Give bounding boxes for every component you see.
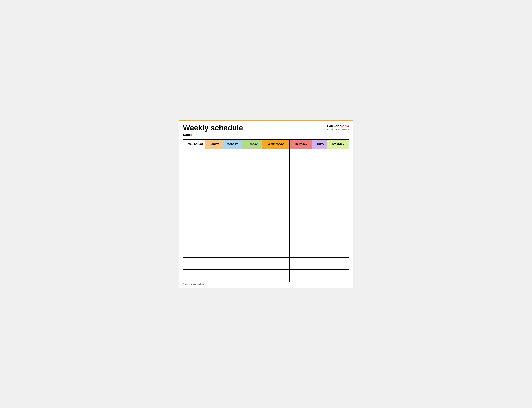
- table-cell[interactable]: [183, 173, 205, 185]
- table-cell[interactable]: [223, 197, 242, 209]
- table-cell[interactable]: [312, 149, 327, 161]
- table-cell[interactable]: [223, 173, 242, 185]
- table-cell[interactable]: [312, 270, 327, 282]
- table-cell[interactable]: [290, 173, 312, 185]
- table-cell[interactable]: [262, 209, 290, 221]
- table-cell[interactable]: [290, 149, 312, 161]
- table-cell[interactable]: [242, 161, 262, 173]
- table-cell[interactable]: [223, 246, 242, 257]
- table-cell[interactable]: [262, 221, 290, 233]
- page-title: Weekly schedule: [183, 124, 243, 132]
- table-cell[interactable]: [183, 185, 205, 197]
- brand-calendar: Calendar: [327, 124, 341, 128]
- table-cell[interactable]: [223, 161, 242, 173]
- table-cell[interactable]: [312, 185, 327, 197]
- table-cell[interactable]: [242, 246, 262, 257]
- table-cell[interactable]: [327, 185, 349, 197]
- table-cell[interactable]: [290, 270, 312, 282]
- table-cell[interactable]: [183, 233, 205, 246]
- table-row: [183, 173, 349, 185]
- table-cell[interactable]: [205, 197, 223, 209]
- table-cell[interactable]: [242, 149, 262, 161]
- table-cell[interactable]: [327, 161, 349, 173]
- table-cell[interactable]: [223, 185, 242, 197]
- table-cell[interactable]: [262, 185, 290, 197]
- table-cell[interactable]: [183, 246, 205, 257]
- table-row: [183, 221, 349, 233]
- table-cell[interactable]: [205, 161, 223, 173]
- table-cell[interactable]: [262, 149, 290, 161]
- table-cell[interactable]: [312, 161, 327, 173]
- table-cell[interactable]: [262, 197, 290, 209]
- table-cell[interactable]: [290, 246, 312, 257]
- table-cell[interactable]: [327, 149, 349, 161]
- table-cell[interactable]: [262, 270, 290, 282]
- table-cell[interactable]: [327, 197, 349, 209]
- table-cell[interactable]: [327, 257, 349, 270]
- table-cell[interactable]: [183, 161, 205, 173]
- table-cell[interactable]: [205, 185, 223, 197]
- table-cell[interactable]: [312, 233, 327, 246]
- table-cell[interactable]: [223, 257, 242, 270]
- table-cell[interactable]: [242, 209, 262, 221]
- table-cell[interactable]: [327, 173, 349, 185]
- table-cell[interactable]: [242, 197, 262, 209]
- table-cell[interactable]: [183, 221, 205, 233]
- table-cell[interactable]: [242, 221, 262, 233]
- table-cell[interactable]: [327, 209, 349, 221]
- table-cell[interactable]: [312, 246, 327, 257]
- table-cell[interactable]: [290, 233, 312, 246]
- page-header: Weekly schedule Calendarpedia Your sourc…: [183, 124, 349, 132]
- table-cell[interactable]: [242, 185, 262, 197]
- table-cell[interactable]: [262, 257, 290, 270]
- table-cell[interactable]: [290, 257, 312, 270]
- table-cell[interactable]: [205, 221, 223, 233]
- table-cell[interactable]: [242, 173, 262, 185]
- table-cell[interactable]: [205, 209, 223, 221]
- table-cell[interactable]: [290, 161, 312, 173]
- col-header-tuesday: Tuesday: [242, 139, 262, 149]
- col-header-sunday: Sunday: [205, 139, 223, 149]
- table-cell[interactable]: [242, 233, 262, 246]
- table-cell[interactable]: [312, 173, 327, 185]
- table-cell[interactable]: [262, 173, 290, 185]
- table-cell[interactable]: [183, 209, 205, 221]
- table-cell[interactable]: [205, 233, 223, 246]
- table-cell[interactable]: [327, 246, 349, 257]
- table-cell[interactable]: [242, 257, 262, 270]
- table-cell[interactable]: [205, 149, 223, 161]
- table-cell[interactable]: [205, 270, 223, 282]
- table-cell[interactable]: [223, 270, 242, 282]
- table-cell[interactable]: [312, 197, 327, 209]
- table-cell[interactable]: [290, 221, 312, 233]
- table-cell[interactable]: [262, 233, 290, 246]
- table-cell[interactable]: [205, 257, 223, 270]
- table-cell[interactable]: [312, 257, 327, 270]
- table-cell[interactable]: [312, 221, 327, 233]
- footer: © www.calendarpedia.com: [183, 283, 349, 285]
- table-row: [183, 197, 349, 209]
- table-cell[interactable]: [183, 149, 205, 161]
- table-cell[interactable]: [183, 270, 205, 282]
- col-header-friday: Friday: [312, 139, 327, 149]
- table-cell[interactable]: [205, 173, 223, 185]
- table-row: [183, 257, 349, 270]
- table-cell[interactable]: [223, 221, 242, 233]
- table-cell[interactable]: [223, 209, 242, 221]
- table-cell[interactable]: [327, 270, 349, 282]
- table-cell[interactable]: [290, 197, 312, 209]
- table-cell[interactable]: [183, 197, 205, 209]
- table-cell[interactable]: [223, 149, 242, 161]
- table-row: [183, 149, 349, 161]
- table-cell[interactable]: [223, 233, 242, 246]
- table-cell[interactable]: [262, 246, 290, 257]
- table-cell[interactable]: [183, 257, 205, 270]
- table-cell[interactable]: [290, 185, 312, 197]
- table-cell[interactable]: [262, 161, 290, 173]
- table-cell[interactable]: [327, 221, 349, 233]
- table-cell[interactable]: [290, 209, 312, 221]
- table-cell[interactable]: [327, 233, 349, 246]
- table-cell[interactable]: [312, 209, 327, 221]
- table-cell[interactable]: [205, 246, 223, 257]
- table-cell[interactable]: [242, 270, 262, 282]
